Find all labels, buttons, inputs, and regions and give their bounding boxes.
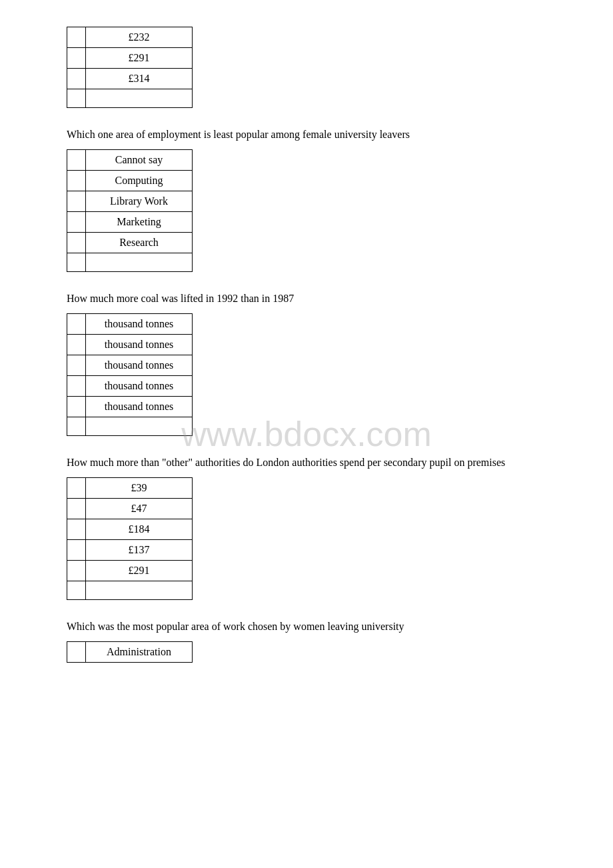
- checkbox-cell[interactable]: [67, 561, 86, 581]
- table-row[interactable]: thousand tonnes: [67, 314, 193, 335]
- table-row[interactable]: £291: [67, 48, 193, 69]
- table-row-empty: [67, 417, 193, 436]
- answer-table-3: thousand tonnes thousand tonnes thousand…: [67, 313, 193, 436]
- answer-cell: £291: [86, 561, 193, 581]
- checkbox-cell[interactable]: [67, 150, 86, 171]
- section-3: How much more coal was lifted in 1992 th…: [40, 291, 573, 436]
- answer-cell: thousand tonnes: [86, 314, 193, 335]
- checkbox-cell[interactable]: [67, 540, 86, 561]
- table-row[interactable]: Research: [67, 233, 193, 253]
- answer-cell: £47: [86, 499, 193, 519]
- checkbox-cell: [67, 581, 86, 600]
- table-row[interactable]: Marketing: [67, 212, 193, 233]
- answer-table-1: £232 £291 £314: [67, 27, 193, 108]
- answer-cell: £291: [86, 48, 193, 69]
- answer-table-5: Administration: [67, 641, 193, 663]
- table-row-empty: [67, 89, 193, 108]
- question-text-2: Which one area of employment is least po…: [40, 127, 573, 143]
- checkbox-cell[interactable]: [67, 499, 86, 519]
- table-row[interactable]: £39: [67, 478, 193, 499]
- checkbox-cell[interactable]: [67, 191, 86, 212]
- table-row-empty: [67, 581, 193, 600]
- checkbox-cell[interactable]: [67, 314, 86, 335]
- section-2: Which one area of employment is least po…: [40, 127, 573, 272]
- table-row[interactable]: thousand tonnes: [67, 355, 193, 376]
- checkbox-cell[interactable]: [67, 397, 86, 417]
- checkbox-cell[interactable]: [67, 48, 86, 69]
- checkbox-cell[interactable]: [67, 355, 86, 376]
- checkbox-cell[interactable]: [67, 27, 86, 48]
- table-row[interactable]: £47: [67, 499, 193, 519]
- checkbox-cell[interactable]: [67, 376, 86, 397]
- answer-cell: thousand tonnes: [86, 355, 193, 376]
- answer-cell: Cannot say: [86, 150, 193, 171]
- checkbox-cell[interactable]: [67, 233, 86, 253]
- section-1: £232 £291 £314: [40, 27, 573, 108]
- answer-cell: [86, 253, 193, 272]
- answer-cell: thousand tonnes: [86, 397, 193, 417]
- section-5: Which was the most popular area of work …: [40, 619, 573, 663]
- question-text-4: How much more than "other" authorities d…: [40, 455, 573, 471]
- answer-cell: thousand tonnes: [86, 376, 193, 397]
- answer-cell: Library Work: [86, 191, 193, 212]
- section-4: How much more than "other" authorities d…: [40, 455, 573, 600]
- checkbox-cell[interactable]: [67, 335, 86, 355]
- checkbox-cell[interactable]: [67, 69, 86, 89]
- answer-cell: £137: [86, 540, 193, 561]
- answer-table-4: £39 £47 £184 £137 £291: [67, 477, 193, 600]
- checkbox-cell[interactable]: [67, 212, 86, 233]
- table-row[interactable]: £184: [67, 519, 193, 540]
- answer-cell: £39: [86, 478, 193, 499]
- checkbox-cell[interactable]: [67, 171, 86, 191]
- answer-cell: [86, 417, 193, 436]
- answer-cell: Marketing: [86, 212, 193, 233]
- checkbox-cell: [67, 417, 86, 436]
- table-row-empty: [67, 253, 193, 272]
- table-row[interactable]: thousand tonnes: [67, 397, 193, 417]
- table-row[interactable]: Library Work: [67, 191, 193, 212]
- answer-cell: £314: [86, 69, 193, 89]
- answer-cell: thousand tonnes: [86, 335, 193, 355]
- answer-cell: Administration: [86, 642, 193, 663]
- checkbox-cell: [67, 89, 86, 108]
- table-row[interactable]: £137: [67, 540, 193, 561]
- table-row[interactable]: £232: [67, 27, 193, 48]
- table-row[interactable]: Computing: [67, 171, 193, 191]
- question-text-3: How much more coal was lifted in 1992 th…: [40, 291, 573, 307]
- table-row[interactable]: £314: [67, 69, 193, 89]
- answer-table-2: Cannot say Computing Library Work Market…: [67, 149, 193, 272]
- answer-cell: Computing: [86, 171, 193, 191]
- answer-cell: £232: [86, 27, 193, 48]
- table-row[interactable]: thousand tonnes: [67, 376, 193, 397]
- answer-cell: [86, 89, 193, 108]
- answer-cell: [86, 581, 193, 600]
- answer-cell: £184: [86, 519, 193, 540]
- table-row[interactable]: thousand tonnes: [67, 335, 193, 355]
- checkbox-cell[interactable]: [67, 478, 86, 499]
- answer-cell: Research: [86, 233, 193, 253]
- question-text-5: Which was the most popular area of work …: [40, 619, 573, 635]
- checkbox-cell[interactable]: [67, 519, 86, 540]
- table-row[interactable]: Administration: [67, 642, 193, 663]
- table-row[interactable]: £291: [67, 561, 193, 581]
- checkbox-cell[interactable]: [67, 642, 86, 663]
- checkbox-cell: [67, 253, 86, 272]
- table-row[interactable]: Cannot say: [67, 150, 193, 171]
